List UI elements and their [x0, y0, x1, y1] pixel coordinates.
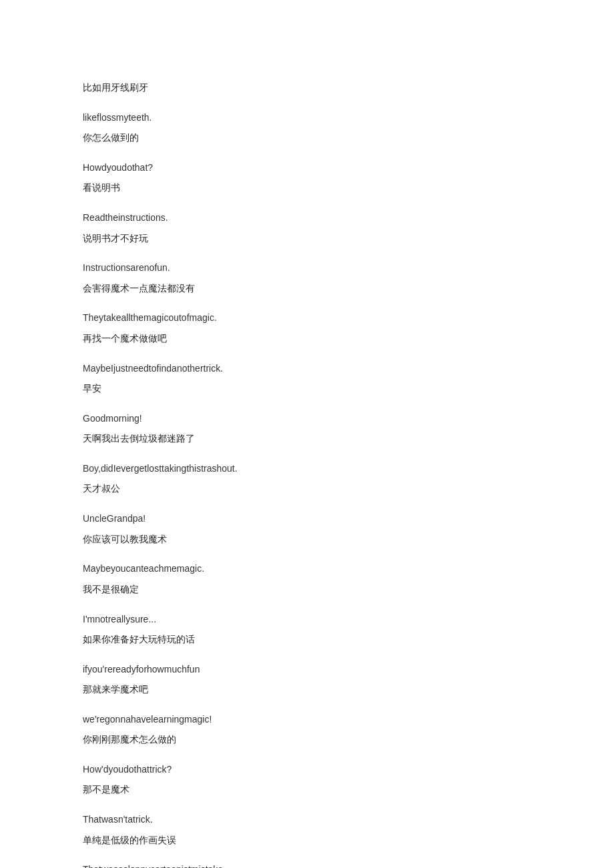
line-pair-15: 单纯是低级的作画失误Thatwasasloppycartoonistmistak… [83, 833, 531, 868]
line-zh-11: 如果你准备好大玩特玩的话 [83, 632, 531, 646]
line-pair-5: 再找一个魔术做做吧MaybeIjustneedtofindanothertric… [83, 331, 531, 376]
line-zh-7: 天啊我出去倒垃圾都迷路了 [83, 431, 531, 446]
line-zh-8: 天才叔公 [83, 481, 531, 496]
line-zh-6: 早安 [83, 381, 531, 396]
line-pair-6: 早安Goodmorning! [83, 381, 531, 426]
line-pair-12: 那就来学魔术吧we'regonnahavelearningmagic! [83, 682, 531, 727]
line-en-15: Thatwasasloppycartoonistmistake. [83, 862, 531, 868]
line-en-11: ifyou'rereadyforhowmuchfun [83, 662, 531, 677]
line-pair-11: 如果你准备好大玩特玩的话ifyou'rereadyforhowmuchfun [83, 632, 531, 677]
line-en-5: MaybeIjustneedtofindanothertrick. [83, 361, 531, 376]
line-pair-2: 看说明书Readtheinstructions. [83, 180, 531, 225]
line-pair-4: 会害得魔术一点魔法都没有Theytakeallthemagicoutofmagi… [83, 281, 531, 326]
line-zh-4: 会害得魔术一点魔法都没有 [83, 281, 531, 296]
line-pair-10: 我不是很确定I'mnotreallysure... [83, 582, 531, 626]
line-en-10: I'mnotreallysure... [83, 612, 531, 626]
line-zh-13: 你刚刚那魔术怎么做的 [83, 732, 531, 747]
line-pair-1: 你怎么做到的Howdyoudothat? [83, 130, 531, 175]
line-pair-8: 天才叔公UncleGrandpa! [83, 481, 531, 526]
line-pair-3: 说明书才不好玩Instructionsarenofun. [83, 231, 531, 276]
line-zh-1: 你怎么做到的 [83, 130, 531, 145]
content-area: 比如用牙线刷牙likeflossmyteeth.你怎么做到的Howdyoudot… [83, 80, 531, 868]
line-zh-2: 看说明书 [83, 180, 531, 195]
line-en-0: likeflossmyteeth. [83, 110, 531, 125]
line-pair-14: 那不是魔术Thatwasn'tatrick. [83, 782, 531, 827]
line-zh-5: 再找一个魔术做做吧 [83, 331, 531, 346]
line-en-14: Thatwasn'tatrick. [83, 812, 531, 827]
line-pair-7: 天啊我出去倒垃圾都迷路了Boy,didIevergetlosttakingthi… [83, 431, 531, 476]
line-en-1: Howdyoudothat? [83, 160, 531, 175]
line-pair-0: 比如用牙线刷牙likeflossmyteeth. [83, 80, 531, 125]
line-pair-13: 你刚刚那魔术怎么做的How'dyoudothattrick? [83, 732, 531, 777]
line-en-6: Goodmorning! [83, 411, 531, 426]
line-zh-9: 你应该可以教我魔术 [83, 532, 531, 546]
line-en-13: How'dyoudothattrick? [83, 762, 531, 777]
line-zh-14: 那不是魔术 [83, 782, 531, 797]
line-en-9: Maybeyoucanteachmemagic. [83, 561, 531, 576]
line-zh-12: 那就来学魔术吧 [83, 682, 531, 697]
line-pair-9: 你应该可以教我魔术Maybeyoucanteachmemagic. [83, 532, 531, 576]
line-en-2: Readtheinstructions. [83, 210, 531, 225]
line-en-3: Instructionsarenofun. [83, 260, 531, 275]
line-zh-15: 单纯是低级的作画失误 [83, 833, 531, 847]
line-zh-10: 我不是很确定 [83, 582, 531, 596]
line-en-7: Boy,didIevergetlosttakingthistrashout. [83, 461, 531, 476]
line-zh-3: 说明书才不好玩 [83, 231, 531, 246]
line-en-4: Theytakeallthemagicoutofmagic. [83, 310, 531, 325]
line-zh-0: 比如用牙线刷牙 [83, 80, 531, 95]
line-en-8: UncleGrandpa! [83, 511, 531, 526]
line-en-12: we'regonnahavelearningmagic! [83, 712, 531, 727]
